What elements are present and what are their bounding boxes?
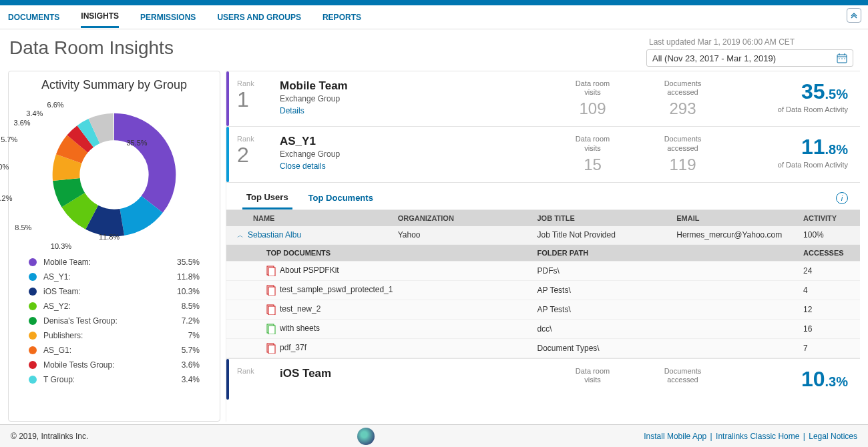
- group-name: iOS Team: [280, 367, 548, 380]
- user-row[interactable]: ︿Sebastian Albu Yahoo Job Title Not Prov…: [226, 226, 860, 245]
- visits-label: Data roomvisits: [548, 79, 638, 97]
- svg-point-1: [839, 58, 839, 59]
- user-name-link[interactable]: Sebastian Albu: [248, 230, 301, 240]
- pdf-icon: [266, 285, 276, 296]
- date-range-value: All (Nov 23, 2017 - Mar 1, 2019): [652, 53, 776, 63]
- swatch-icon: [29, 258, 37, 266]
- doc-row[interactable]: with sheetsdcc\16: [226, 319, 860, 338]
- calendar-icon: [837, 53, 847, 63]
- swatch-icon: [29, 317, 37, 325]
- col-email[interactable]: EMAIL: [670, 210, 797, 226]
- tab-top-users[interactable]: Top Users: [242, 187, 292, 209]
- nav-reports[interactable]: REPORTS: [322, 7, 361, 27]
- pdf-icon: [266, 304, 276, 315]
- svg-rect-19: [268, 306, 275, 315]
- doc-name: pdf_37f: [280, 343, 306, 352]
- legend-name: T Group:: [43, 375, 166, 384]
- nav-insights[interactable]: INSIGHTS: [81, 6, 119, 28]
- legend-item[interactable]: Denisa's Test Group:7.2%: [29, 314, 200, 328]
- doc-accesses: 12: [797, 300, 860, 319]
- visits-label: Data roomvisits: [548, 135, 638, 152]
- legend-value: 5.7%: [166, 346, 200, 355]
- doc-path: AP Tests\: [531, 300, 797, 319]
- col-name[interactable]: NAME: [226, 210, 391, 226]
- legend-name: AS_Y1:: [43, 272, 166, 282]
- legend-item[interactable]: T Group:3.4%: [29, 372, 200, 387]
- donut-slice-label: 8.5%: [15, 223, 31, 232]
- main-nav: DOCUMENTS INSIGHTS PERMISSIONS USERS AND…: [0, 5, 868, 29]
- swatch-icon: [29, 288, 37, 296]
- docs-value: 293: [638, 99, 728, 118]
- svg-rect-17: [268, 287, 275, 296]
- rank-card: Rank1Mobile TeamExchange GroupDetailsDat…: [226, 71, 860, 126]
- swatch-icon: [29, 332, 37, 340]
- rank-label: Rank: [237, 135, 280, 143]
- pdf-icon: [266, 266, 276, 276]
- docs-label: Documentsaccessed: [638, 79, 728, 97]
- pct-value: 11.8%: [728, 135, 848, 159]
- legend-value: 10.3%: [166, 287, 200, 296]
- page-title: Data Room Insights: [9, 37, 174, 59]
- pct-sub: of Data Room Activity: [728, 161, 848, 169]
- pdf-icon: [266, 343, 276, 354]
- nav-permissions[interactable]: PERMISSIONS: [140, 7, 196, 27]
- doc-accesses: 24: [797, 261, 860, 280]
- footer-install-app[interactable]: Install Mobile App: [644, 432, 706, 441]
- doc-row[interactable]: test_new_2AP Tests\12: [226, 300, 860, 319]
- legend-item[interactable]: iOS Team:10.3%: [29, 284, 200, 299]
- legend-value: 7.2%: [166, 316, 200, 326]
- info-icon[interactable]: i: [836, 192, 848, 204]
- footer-classic-home[interactable]: Intralinks Classic Home: [716, 432, 799, 441]
- doc-row[interactable]: pdf_37fDocument Types\7: [226, 338, 860, 358]
- footer-links: Install Mobile App | Intralinks Classic …: [644, 432, 857, 441]
- user-org: Yahoo: [391, 226, 531, 245]
- legend-name: Publishers:: [43, 331, 166, 340]
- donut-slice-label: 7.2%: [0, 194, 12, 202]
- doc-path: dcc\: [531, 319, 797, 338]
- col-title[interactable]: JOB TITLE: [531, 210, 670, 226]
- swatch-icon: [29, 302, 37, 310]
- legend-item[interactable]: AS_Y1:11.8%: [29, 270, 200, 284]
- legend-name: AS_Y2:: [43, 302, 166, 311]
- date-range-picker[interactable]: All (Nov 23, 2017 - Mar 1, 2019): [646, 49, 853, 67]
- donut-slice-label: 3.6%: [14, 119, 31, 127]
- doc-name: test_new_2: [280, 304, 320, 314]
- doc-path: Document Types\: [531, 338, 797, 358]
- detail-tabs: Top Users Top Documents i: [226, 182, 860, 210]
- doc-name: About PSPDFKit: [280, 266, 339, 275]
- doc-row[interactable]: About PSPDFKitPDFs\24: [226, 261, 860, 280]
- legend-item[interactable]: AS_G1:5.7%: [29, 343, 200, 358]
- footer: © 2019, Intralinks Inc. Install Mobile A…: [0, 424, 868, 447]
- doc-row[interactable]: test_sample_pswd_protected_1AP Tests\4: [226, 280, 860, 300]
- legend-name: AS_G1:: [43, 346, 166, 355]
- details-link[interactable]: Details: [280, 106, 304, 115]
- legend-name: Mobile Tests Group:: [43, 360, 166, 370]
- tab-top-documents[interactable]: Top Documents: [304, 187, 377, 208]
- legend-name: iOS Team:: [43, 287, 166, 296]
- doc-accesses: 7: [797, 338, 860, 358]
- col-activity[interactable]: ACTIVITY: [797, 210, 860, 226]
- donut-slice-label: 6.6%: [47, 101, 64, 109]
- legend-item[interactable]: AS_Y2:8.5%: [29, 299, 200, 314]
- doc-path: PDFs\: [531, 261, 797, 280]
- donut-slice-label: 11.8%: [99, 233, 120, 241]
- nav-users-groups[interactable]: USERS AND GROUPS: [217, 7, 301, 27]
- copyright: © 2019, Intralinks Inc.: [11, 432, 88, 441]
- chevron-up-icon: ︿: [237, 231, 244, 240]
- group-name: Mobile Team: [280, 79, 548, 93]
- legend-item[interactable]: Mobile Team:35.5%: [29, 255, 200, 270]
- top-accent-bar: [0, 0, 868, 5]
- footer-legal[interactable]: Legal Notices: [809, 432, 857, 441]
- details-link[interactable]: Close details: [280, 161, 326, 171]
- docs-value: 119: [638, 155, 728, 174]
- user-activity: 100%: [797, 226, 860, 245]
- nav-documents[interactable]: DOCUMENTS: [8, 7, 59, 27]
- col-org[interactable]: ORGANIZATION: [391, 210, 531, 226]
- svg-rect-15: [268, 268, 275, 276]
- legend-item[interactable]: Mobile Tests Group:3.6%: [29, 358, 200, 372]
- last-updated-text: Last updated Mar 1, 2019 06:00 AM CET: [649, 37, 853, 47]
- spreadsheet-icon: [266, 324, 276, 334]
- collapse-icon[interactable]: [847, 8, 861, 23]
- donut-slice-label: 35.5%: [126, 139, 147, 147]
- legend-item[interactable]: Publishers:7%: [29, 328, 200, 343]
